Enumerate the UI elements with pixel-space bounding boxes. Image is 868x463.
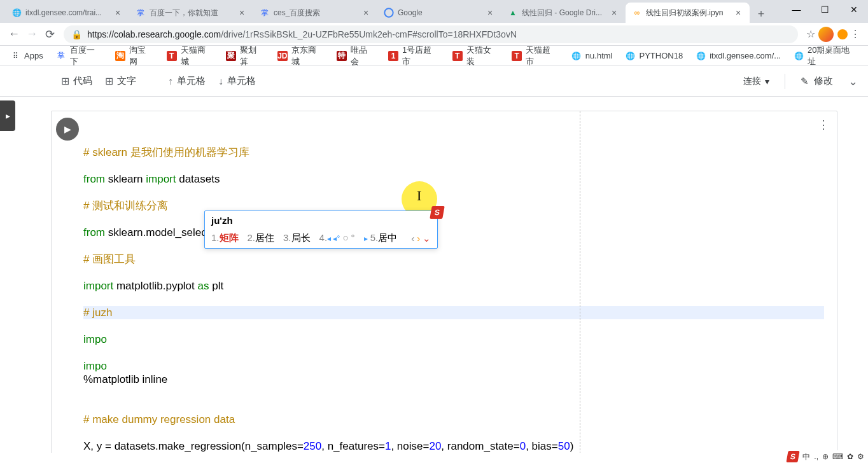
ime-prev-icon[interactable]: ‹ (411, 232, 414, 245)
reload-button[interactable]: ⟳ (41, 25, 59, 43)
star-icon[interactable]: ☆ (803, 27, 818, 42)
extension-icon[interactable] (837, 29, 848, 39)
bookmark-python18[interactable]: 🌐PYTHON18 (620, 48, 688, 64)
edit-button[interactable]: ✎修改 (801, 75, 833, 87)
tab-close-1[interactable]: × (237, 8, 247, 18)
edit-label: 修改 (814, 75, 833, 87)
ime-candidate-1[interactable]: 1.矩阵 (211, 231, 239, 245)
bookmark-apps[interactable]: ⠿Apps (5, 48, 48, 64)
bookmark-nu[interactable]: 🌐nu.html (566, 48, 618, 64)
ime-candidate-3[interactable]: 3.局长 (283, 231, 311, 245)
bookmark-juhuasuan[interactable]: 聚聚划算 (221, 42, 270, 70)
bookmark-label: 20期桌面地址 (808, 45, 858, 67)
bookmark-baidu[interactable]: 掌百度一下 (51, 42, 108, 70)
bookmark-itxdl[interactable]: 🌐itxdl.gensee.com/... (690, 48, 786, 64)
pencil-icon: ✎ (801, 76, 809, 87)
tab-close-5[interactable]: × (733, 8, 743, 18)
maximize-button[interactable]: ☐ (811, 0, 839, 19)
sogou-taskbar-icon[interactable]: S (787, 451, 800, 462)
globe-icon: 🌐 (571, 51, 582, 61)
bookmark-label: PYTHON18 (639, 51, 683, 60)
ime-more-icon[interactable]: ⌄ (423, 232, 431, 245)
plus-icon: ⊞ (61, 75, 69, 87)
ime-candidate-5[interactable]: ▸ 5.居中 (364, 231, 398, 245)
bookmark-tmallw[interactable]: T天猫女装 (447, 42, 505, 70)
bookmark-label: 1号店超市 (402, 45, 440, 67)
tab-favicon-3 (384, 8, 394, 18)
bookmark-label: 天猫超市 (526, 45, 559, 67)
tab-favicon-1: 掌 (136, 8, 146, 18)
tmalls-icon: T (512, 51, 522, 61)
tab-5-active[interactable]: ∞ 线性回归初级案例.ipyn × (626, 3, 750, 23)
ime-item[interactable]: ⊕ (822, 452, 829, 461)
ime-candidate-2[interactable]: 2.居住 (248, 231, 275, 245)
bookmark-tmall[interactable]: T天猫商城 (162, 42, 219, 70)
plus-icon: ⊞ (105, 75, 113, 87)
bookmark-yhd[interactable]: 11号店超市 (383, 42, 445, 70)
bookmark-taobao[interactable]: 淘淘宝网 (110, 42, 159, 70)
cell-gutter: ▶ (52, 111, 83, 453)
tmall-icon: T (167, 51, 177, 61)
tab-strip: 🌐 itxdl.gensee.com/trai... × 掌 百度一下，你就知道… (0, 0, 868, 23)
ime-item[interactable]: ✿ (847, 452, 853, 461)
ime-nav[interactable]: ‹›⌄ (411, 231, 431, 245)
minimize-button[interactable]: — (782, 0, 811, 19)
taobao-icon: 淘 (115, 51, 125, 61)
cell-up-button[interactable]: ↑单元格 (168, 75, 206, 87)
code-cell[interactable]: ▶ ⋮ # sklearn 是我们使用的机器学习库 from sklearn i… (51, 111, 837, 453)
tab-title-2: ces_百度搜索 (274, 8, 357, 18)
bookmark-tmalls[interactable]: T天猫超市 (507, 42, 564, 70)
bookmark-label: 唯品会 (351, 45, 375, 67)
ime-next-icon[interactable]: › (417, 232, 420, 245)
cell-up-label: 单元格 (177, 75, 206, 87)
add-text-cell-button[interactable]: ⊞文字 (105, 75, 136, 87)
tab-title-5: 线性回归初级案例.ipyn (646, 8, 729, 18)
tab-close-0[interactable]: × (113, 8, 123, 18)
bookmark-label: 聚划算 (240, 45, 265, 67)
tab-close-2[interactable]: × (361, 8, 371, 18)
tab-0[interactable]: 🌐 itxdl.gensee.com/trai... × (5, 3, 129, 23)
window-controls: — ☐ ✕ (782, 0, 868, 19)
forward-button[interactable]: → (23, 25, 41, 43)
close-window-button[interactable]: ✕ (839, 0, 868, 19)
expand-button[interactable]: ⌄ (848, 74, 858, 88)
bookmark-label: 淘宝网 (129, 45, 154, 67)
globe-icon: 🌐 (625, 51, 635, 61)
code-editor[interactable]: # sklearn 是我们使用的机器学习库 from sklearn impor… (83, 111, 837, 453)
omnibox[interactable]: 🔒 https://colab.research.google.com/driv… (64, 25, 798, 43)
url-text: https://colab.research.google.com/drive/… (87, 29, 517, 39)
tab-4[interactable]: ▲ 线性回归 - Google Dri... × (501, 3, 626, 23)
tab-1[interactable]: 掌 百度一下，你就知道 × (129, 3, 253, 23)
text-cursor-icon: I (417, 189, 421, 202)
add-code-cell-button[interactable]: ⊞代码 (61, 75, 92, 87)
ime-candidate-4[interactable]: 4.◂ ◂° ○ ° (319, 231, 355, 245)
run-cell-button[interactable]: ▶ (56, 118, 79, 141)
bookmark-20[interactable]: 🌐20期桌面地址 (788, 42, 863, 70)
tab-close-4[interactable]: × (609, 8, 619, 18)
tab-3[interactable]: Google × (377, 3, 501, 23)
bookmark-label: Apps (24, 51, 43, 60)
ime-keyboard-icon[interactable]: ⌨ (832, 452, 843, 461)
back-button[interactable]: ← (5, 25, 23, 43)
tab-2[interactable]: 掌 ces_百度搜索 × (253, 3, 377, 23)
tab-close-3[interactable]: × (485, 8, 495, 18)
ime-mode[interactable]: 中 (802, 452, 810, 462)
ime-settings-icon[interactable]: ⚙ (857, 452, 864, 461)
ime-popup[interactable]: S ju'zh 1.矩阵 2.居住 3.局长 4.◂ ◂° ○ ° ▸ 5.居中… (204, 211, 438, 249)
bookmark-label: itxdl.gensee.com/... (710, 51, 781, 60)
connect-button[interactable]: 连接▾ (743, 76, 769, 87)
tab-title-4: 线性回归 - Google Dri... (522, 8, 605, 18)
globe-icon: 🌐 (794, 51, 804, 61)
bookmark-jd[interactable]: JD京东商城 (272, 42, 330, 70)
cell-down-button[interactable]: ↓单元格 (218, 75, 256, 87)
menu-icon[interactable]: ⋮ (848, 27, 863, 42)
divider (785, 74, 785, 89)
ime-punct[interactable]: ., (814, 452, 818, 461)
profile-avatar[interactable] (818, 27, 834, 42)
apps-icon: ⠿ (10, 51, 20, 61)
new-tab-button[interactable]: + (752, 5, 770, 23)
notebook-area: ▶ ⋮ # sklearn 是我们使用的机器学习库 from sklearn i… (0, 97, 868, 453)
tab-favicon-2: 掌 (260, 8, 270, 18)
bookmark-vip[interactable]: 特唯品会 (332, 42, 381, 70)
colab-toolbar: ⊞代码 ⊞文字 ↑单元格 ↓单元格 连接▾ ✎修改 ⌄ (0, 66, 868, 97)
